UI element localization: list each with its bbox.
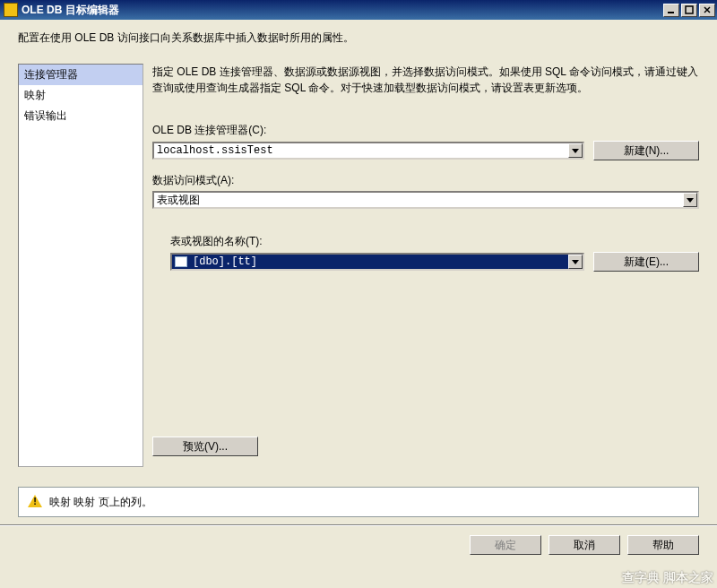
maximize-button[interactable] — [681, 4, 697, 17]
content-columns: 连接管理器 映射 错误输出 指定 OLE DB 连接管理器、数据源或数据源视图，… — [0, 64, 717, 467]
dialog-description: 配置在使用 OLE DB 访问接口向关系数据库中插入数据时所用的属性。 — [0, 20, 717, 64]
new-table-button[interactable]: 新建(E)... — [593, 252, 699, 272]
table-subblock: 表或视图的名称(T): [dbo].[tt] 新建(E)... — [170, 232, 699, 282]
svg-line-3 — [704, 7, 710, 13]
connection-combo[interactable]: localhost.ssisTest — [152, 142, 584, 160]
sidebar-item-connection[interactable]: 连接管理器 — [19, 65, 143, 85]
svg-line-2 — [704, 7, 710, 13]
table-name-combo[interactable]: [dbo].[tt] — [170, 253, 584, 271]
close-button[interactable] — [699, 4, 715, 17]
table-icon — [175, 256, 187, 267]
chevron-down-icon[interactable] — [683, 193, 697, 207]
status-panel: 映射 映射 页上的列。 — [18, 487, 699, 517]
app-icon — [4, 3, 18, 17]
chevron-down-icon[interactable] — [568, 143, 583, 158]
watermark: 查字典 脚本之家 — [622, 570, 713, 586]
footer: 确定 取消 帮助 — [0, 526, 717, 555]
sidebar: 连接管理器 映射 错误输出 — [18, 64, 143, 467]
svg-rect-0 — [668, 12, 674, 13]
table-name-value: [dbo].[tt] — [193, 255, 568, 268]
status-text: 映射 映射 页上的列。 — [49, 495, 152, 510]
access-mode-value: 表或视图 — [157, 193, 683, 208]
new-connection-button[interactable]: 新建(N)... — [593, 141, 699, 160]
access-mode-label: 数据访问模式(A): — [152, 173, 699, 188]
warning-icon — [28, 495, 42, 509]
main-panel: 指定 OLE DB 连接管理器、数据源或数据源视图，并选择数据访问模式。如果使用… — [152, 64, 699, 467]
connection-value: localhost.ssisTest — [157, 144, 568, 157]
ok-button[interactable]: 确定 — [470, 535, 541, 555]
minimize-button[interactable] — [663, 4, 679, 17]
sidebar-item-mapping[interactable]: 映射 — [19, 85, 143, 106]
sidebar-item-error-output[interactable]: 错误输出 — [19, 106, 143, 126]
window-title: OLE DB 目标编辑器 — [22, 3, 119, 18]
cancel-button[interactable]: 取消 — [549, 535, 620, 555]
preview-button[interactable]: 预览(V)... — [152, 437, 258, 456]
titlebar: OLE DB 目标编辑器 — [0, 0, 717, 20]
access-mode-combo[interactable]: 表或视图 — [152, 191, 699, 209]
main-hint: 指定 OLE DB 连接管理器、数据源或数据源视图，并选择数据访问模式。如果使用… — [152, 64, 699, 121]
help-button[interactable]: 帮助 — [627, 535, 699, 555]
connection-label: OLE DB 连接管理器(C): — [152, 123, 699, 138]
svg-rect-1 — [686, 6, 693, 13]
chevron-down-icon[interactable] — [568, 255, 583, 269]
preview-row: 预览(V)... — [152, 428, 699, 456]
table-name-label: 表或视图的名称(T): — [170, 234, 699, 249]
